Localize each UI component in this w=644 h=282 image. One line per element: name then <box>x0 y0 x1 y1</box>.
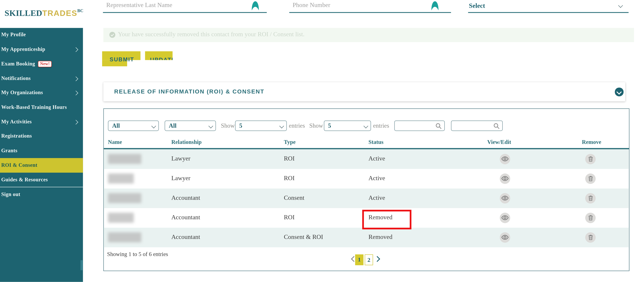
remove-button[interactable] <box>585 173 596 184</box>
show-label: Show <box>309 122 323 129</box>
sidebar: My Profile My Apprenticeship Exam Bookin… <box>0 28 83 282</box>
sidebar-item-work-based-training-hours[interactable]: Work-Based Training Hours <box>0 100 83 115</box>
remove-button[interactable] <box>585 154 596 164</box>
chevron-right-icon <box>74 76 78 81</box>
relationship-filter-select[interactable]: All <box>165 121 216 131</box>
view-edit-button[interactable] <box>500 212 510 223</box>
chevron-right-icon <box>74 91 78 96</box>
chevron-right-icon <box>74 120 78 125</box>
select-value: Select <box>469 2 485 10</box>
eye-icon <box>501 235 508 240</box>
remove-button[interactable] <box>585 193 596 203</box>
pagination-next-icon[interactable] <box>374 256 380 262</box>
skilledtradesbc-portal: SKILLEDTRADESBC My Profile My Apprentice… <box>0 0 644 282</box>
cell-relationship: Lawyer <box>171 174 190 181</box>
filter-value: All <box>112 122 120 129</box>
sidebar-item-exam-booking[interactable]: Exam Booking New! <box>0 57 83 71</box>
cell-status: Active <box>368 174 385 181</box>
sidebar-item-label: My Apprenticeship <box>1 46 45 53</box>
trash-icon <box>588 175 593 181</box>
representative-last-name-input[interactable] <box>103 0 267 13</box>
entries-label: entries <box>289 122 305 129</box>
column-header-view-edit[interactable]: View/Edit <box>487 139 511 146</box>
phone-number-input[interactable] <box>289 0 451 13</box>
sidebar-item-label: Grants <box>1 148 17 154</box>
scale-wrapper: SKILLEDTRADESBC My Profile My Apprentice… <box>0 0 644 282</box>
sidebar-item-roi-consent[interactable]: ROI & Consent <box>0 158 83 173</box>
trash-icon <box>588 234 593 240</box>
view-edit-button[interactable] <box>500 173 510 184</box>
skilledtradesbc-logo[interactable]: SKILLEDTRADESBC <box>4 8 83 18</box>
logo-area: SKILLEDTRADESBC <box>0 0 83 28</box>
remove-button[interactable] <box>585 212 596 223</box>
table-search-box-1[interactable] <box>394 121 445 131</box>
field-beacon-icon <box>251 1 259 11</box>
sidebar-scrollbar-thumb[interactable] <box>80 260 83 270</box>
column-header-remove[interactable]: Remove <box>582 139 601 146</box>
eye-icon <box>501 195 508 200</box>
search-icon <box>436 123 442 129</box>
page-size-select-1[interactable]: 5 <box>235 121 287 131</box>
section-title: RELEASE OF INFORMATION (ROI) & CONSENT <box>114 82 264 101</box>
sidebar-item-label: My Organizations <box>1 90 43 96</box>
pagination-page-2[interactable]: 2 <box>365 254 373 265</box>
column-header-name[interactable]: Name <box>108 139 122 146</box>
chevron-down-icon <box>364 124 368 128</box>
sidebar-item-label: Work-Based Training Hours <box>1 104 67 111</box>
sidebar-item-label: My Activities <box>1 119 32 125</box>
name-filter-select[interactable]: All <box>108 121 159 131</box>
field-beacon-icon <box>431 1 439 11</box>
remove-button[interactable] <box>585 232 596 242</box>
sidebar-item-my-apprenticeship[interactable]: My Apprenticeship <box>0 42 83 57</box>
eye-icon <box>501 215 508 220</box>
logo-bc: BC <box>78 8 84 13</box>
entries-label: entries <box>373 122 389 129</box>
sidebar-item-label: ROI & Consent <box>1 162 37 168</box>
chevron-down-icon <box>208 124 213 128</box>
roi-consent-section-header[interactable]: RELEASE OF INFORMATION (ROI) & CONSENT <box>103 82 625 101</box>
redacted-name <box>108 232 141 242</box>
sidebar-item-registrations[interactable]: Registrations <box>0 129 83 144</box>
sidebar-item-notifications[interactable]: Notifications <box>0 71 83 86</box>
pagination-page-1[interactable]: 1 <box>355 254 364 265</box>
sidebar-item-guides-resources[interactable]: Guides & Resources <box>0 172 83 187</box>
showing-entries-text: Showing 1 to 5 of 6 entries <box>107 251 168 258</box>
chevron-right-icon <box>74 47 78 52</box>
table-row: Accountant Consent Active <box>104 188 629 208</box>
view-edit-button[interactable] <box>500 232 510 242</box>
update-button[interactable]: UPDATE <box>145 51 172 60</box>
search-input[interactable] <box>397 122 434 129</box>
sidebar-item-my-organizations[interactable]: My Organizations <box>0 86 83 100</box>
column-header-relationship[interactable]: Relationship <box>171 139 202 146</box>
table-search-box-2[interactable] <box>451 121 503 131</box>
cell-status: Removed <box>368 233 392 240</box>
page-size-select-2[interactable]: 5 <box>324 121 371 131</box>
cell-type: ROI <box>284 155 295 162</box>
view-edit-button[interactable] <box>500 154 510 164</box>
cell-relationship: Lawyer <box>171 155 190 162</box>
new-badge: New! <box>38 61 52 67</box>
eye-icon <box>501 176 508 181</box>
redacted-name <box>108 154 141 164</box>
column-header-status[interactable]: Status <box>368 139 384 146</box>
sidebar-item-grants[interactable]: Grants <box>0 144 83 158</box>
submit-button-label: SUBMIT <box>110 56 134 63</box>
column-header-type[interactable]: Type <box>284 139 296 146</box>
sidebar-item-my-profile[interactable]: My Profile <box>0 28 83 42</box>
collapse-section-button[interactable] <box>615 88 623 96</box>
sidebar-item-sign-out[interactable]: Sign out <box>0 187 83 201</box>
sidebar-item-label: My Profile <box>1 32 26 38</box>
chevron-down-icon <box>616 89 622 94</box>
trash-icon <box>588 156 593 162</box>
cell-type: ROI <box>284 214 295 221</box>
search-input[interactable] <box>454 122 491 129</box>
view-edit-button[interactable] <box>500 193 510 203</box>
sidebar-item-my-activities[interactable]: My Activities <box>0 115 83 129</box>
page-size-value: 5 <box>328 122 331 129</box>
relationship-select[interactable]: Select <box>468 0 628 13</box>
chevron-down-icon <box>279 124 284 128</box>
sidebar-nav: My Profile My Apprenticeship Exam Bookin… <box>0 28 83 201</box>
success-alert: Your have successfully removed this cont… <box>103 28 634 42</box>
trash-icon <box>588 195 593 201</box>
redacted-name <box>108 193 141 203</box>
